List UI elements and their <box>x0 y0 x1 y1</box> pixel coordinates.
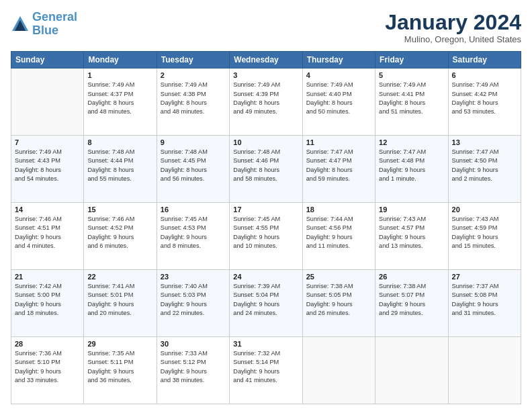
day-info: Sunrise: 7:48 AMSunset: 4:46 PMDaylight:… <box>233 148 298 183</box>
day-header-thursday: Thursday <box>302 52 375 68</box>
day-number: 18 <box>306 205 371 214</box>
calendar-cell <box>302 337 375 404</box>
day-info: Sunrise: 7:47 AMSunset: 4:47 PMDaylight:… <box>306 148 371 183</box>
day-number: 27 <box>452 273 517 281</box>
day-number: 7 <box>15 138 80 146</box>
day-number: 17 <box>233 205 298 214</box>
calendar-table: SundayMondayTuesdayWednesdayThursdayFrid… <box>11 51 521 404</box>
day-number: 28 <box>15 340 80 348</box>
day-number: 19 <box>379 205 444 214</box>
day-info: Sunrise: 7:44 AMSunset: 4:56 PMDaylight:… <box>306 215 371 250</box>
day-number: 30 <box>161 340 226 348</box>
day-number: 12 <box>379 138 444 146</box>
calendar-cell: 3Sunrise: 7:49 AMSunset: 4:39 PMDaylight… <box>230 68 302 136</box>
day-info: Sunrise: 7:38 AMSunset: 5:05 PMDaylight:… <box>306 282 371 318</box>
calendar-week-4: 21Sunrise: 7:42 AMSunset: 5:00 PMDayligh… <box>11 270 521 337</box>
day-number: 25 <box>306 273 371 281</box>
day-number: 5 <box>379 71 444 79</box>
calendar-cell: 8Sunrise: 7:48 AMSunset: 4:44 PMDaylight… <box>84 136 157 203</box>
calendar-cell: 10Sunrise: 7:48 AMSunset: 4:46 PMDayligh… <box>230 136 302 203</box>
calendar-cell: 29Sunrise: 7:35 AMSunset: 5:11 PMDayligh… <box>84 337 157 404</box>
header-row: SundayMondayTuesdayWednesdayThursdayFrid… <box>11 52 521 68</box>
day-number: 4 <box>306 71 371 79</box>
calendar-cell: 18Sunrise: 7:44 AMSunset: 4:56 PMDayligh… <box>302 203 375 270</box>
calendar-body: 1Sunrise: 7:49 AMSunset: 4:37 PMDaylight… <box>11 68 521 404</box>
calendar-cell: 14Sunrise: 7:46 AMSunset: 4:51 PMDayligh… <box>11 203 84 270</box>
day-info: Sunrise: 7:45 AMSunset: 4:53 PMDaylight:… <box>161 215 226 250</box>
logo-icon <box>11 15 30 34</box>
day-number: 11 <box>306 138 371 146</box>
calendar-cell <box>11 68 84 136</box>
day-info: Sunrise: 7:33 AMSunset: 5:12 PMDaylight:… <box>161 349 226 385</box>
calendar-cell: 12Sunrise: 7:47 AMSunset: 4:48 PMDayligh… <box>375 136 448 203</box>
day-info: Sunrise: 7:49 AMSunset: 4:42 PMDaylight:… <box>452 81 517 116</box>
calendar-cell: 21Sunrise: 7:42 AMSunset: 5:00 PMDayligh… <box>11 270 84 337</box>
logo-text: General Blue <box>32 11 77 38</box>
day-number: 21 <box>15 273 80 281</box>
day-number: 24 <box>233 273 298 281</box>
day-number: 26 <box>379 273 444 281</box>
location: Mulino, Oregon, United States <box>385 34 521 44</box>
day-number: 14 <box>15 205 80 214</box>
page: General Blue January 2024 Mulino, Oregon… <box>0 0 532 411</box>
day-info: Sunrise: 7:38 AMSunset: 5:07 PMDaylight:… <box>379 282 444 318</box>
day-header-tuesday: Tuesday <box>157 52 229 68</box>
day-header-monday: Monday <box>84 52 157 68</box>
day-info: Sunrise: 7:35 AMSunset: 5:11 PMDaylight:… <box>87 349 152 385</box>
day-info: Sunrise: 7:40 AMSunset: 5:03 PMDaylight:… <box>161 282 226 318</box>
day-info: Sunrise: 7:36 AMSunset: 5:10 PMDaylight:… <box>15 349 80 385</box>
calendar-cell: 9Sunrise: 7:48 AMSunset: 4:45 PMDaylight… <box>157 136 229 203</box>
calendar-header: SundayMondayTuesdayWednesdayThursdayFrid… <box>11 52 521 68</box>
day-info: Sunrise: 7:49 AMSunset: 4:38 PMDaylight:… <box>161 81 226 116</box>
day-info: Sunrise: 7:46 AMSunset: 4:51 PMDaylight:… <box>15 215 80 250</box>
day-header-sunday: Sunday <box>11 52 84 68</box>
day-number: 31 <box>233 340 298 348</box>
calendar-cell: 24Sunrise: 7:39 AMSunset: 5:04 PMDayligh… <box>230 270 302 337</box>
day-info: Sunrise: 7:49 AMSunset: 4:40 PMDaylight:… <box>306 81 371 116</box>
calendar-cell: 30Sunrise: 7:33 AMSunset: 5:12 PMDayligh… <box>157 337 229 404</box>
calendar-week-5: 28Sunrise: 7:36 AMSunset: 5:10 PMDayligh… <box>11 337 521 404</box>
day-info: Sunrise: 7:43 AMSunset: 4:57 PMDaylight:… <box>379 215 444 250</box>
day-info: Sunrise: 7:45 AMSunset: 4:55 PMDaylight:… <box>233 215 298 250</box>
day-info: Sunrise: 7:49 AMSunset: 4:41 PMDaylight:… <box>379 81 444 116</box>
day-info: Sunrise: 7:49 AMSunset: 4:43 PMDaylight:… <box>15 148 80 183</box>
calendar-cell: 20Sunrise: 7:43 AMSunset: 4:59 PMDayligh… <box>448 203 521 270</box>
calendar-cell: 1Sunrise: 7:49 AMSunset: 4:37 PMDaylight… <box>84 68 157 136</box>
day-number: 20 <box>452 205 517 214</box>
day-info: Sunrise: 7:41 AMSunset: 5:01 PMDaylight:… <box>87 282 152 318</box>
day-info: Sunrise: 7:47 AMSunset: 4:48 PMDaylight:… <box>379 148 444 183</box>
logo: General Blue <box>11 11 77 38</box>
calendar-cell: 17Sunrise: 7:45 AMSunset: 4:55 PMDayligh… <box>230 203 302 270</box>
title-block: January 2024 Mulino, Oregon, United Stat… <box>385 11 521 44</box>
day-info: Sunrise: 7:48 AMSunset: 4:44 PMDaylight:… <box>87 148 152 183</box>
day-number: 16 <box>161 205 226 214</box>
day-number: 6 <box>452 71 517 79</box>
calendar-cell: 28Sunrise: 7:36 AMSunset: 5:10 PMDayligh… <box>11 337 84 404</box>
calendar-cell: 4Sunrise: 7:49 AMSunset: 4:40 PMDaylight… <box>302 68 375 136</box>
calendar-cell: 19Sunrise: 7:43 AMSunset: 4:57 PMDayligh… <box>375 203 448 270</box>
calendar-week-1: 1Sunrise: 7:49 AMSunset: 4:37 PMDaylight… <box>11 68 521 136</box>
day-number: 29 <box>87 340 152 348</box>
calendar-cell: 7Sunrise: 7:49 AMSunset: 4:43 PMDaylight… <box>11 136 84 203</box>
day-info: Sunrise: 7:32 AMSunset: 5:14 PMDaylight:… <box>233 349 298 385</box>
day-info: Sunrise: 7:39 AMSunset: 5:04 PMDaylight:… <box>233 282 298 318</box>
day-number: 22 <box>87 273 152 281</box>
calendar-cell: 16Sunrise: 7:45 AMSunset: 4:53 PMDayligh… <box>157 203 229 270</box>
day-number: 3 <box>233 71 298 79</box>
day-number: 2 <box>161 71 226 79</box>
calendar-cell: 6Sunrise: 7:49 AMSunset: 4:42 PMDaylight… <box>448 68 521 136</box>
month-title: January 2024 <box>385 11 521 34</box>
day-info: Sunrise: 7:47 AMSunset: 4:50 PMDaylight:… <box>452 148 517 183</box>
day-info: Sunrise: 7:37 AMSunset: 5:08 PMDaylight:… <box>452 282 517 318</box>
calendar-cell: 5Sunrise: 7:49 AMSunset: 4:41 PMDaylight… <box>375 68 448 136</box>
calendar-cell: 25Sunrise: 7:38 AMSunset: 5:05 PMDayligh… <box>302 270 375 337</box>
day-info: Sunrise: 7:46 AMSunset: 4:52 PMDaylight:… <box>87 215 152 250</box>
day-info: Sunrise: 7:49 AMSunset: 4:37 PMDaylight:… <box>87 81 152 116</box>
logo-line1: General <box>32 10 77 24</box>
calendar-cell: 23Sunrise: 7:40 AMSunset: 5:03 PMDayligh… <box>157 270 229 337</box>
calendar-cell: 11Sunrise: 7:47 AMSunset: 4:47 PMDayligh… <box>302 136 375 203</box>
header: General Blue January 2024 Mulino, Oregon… <box>11 11 521 44</box>
day-number: 1 <box>87 71 152 79</box>
calendar-cell <box>448 337 521 404</box>
calendar-week-2: 7Sunrise: 7:49 AMSunset: 4:43 PMDaylight… <box>11 136 521 203</box>
